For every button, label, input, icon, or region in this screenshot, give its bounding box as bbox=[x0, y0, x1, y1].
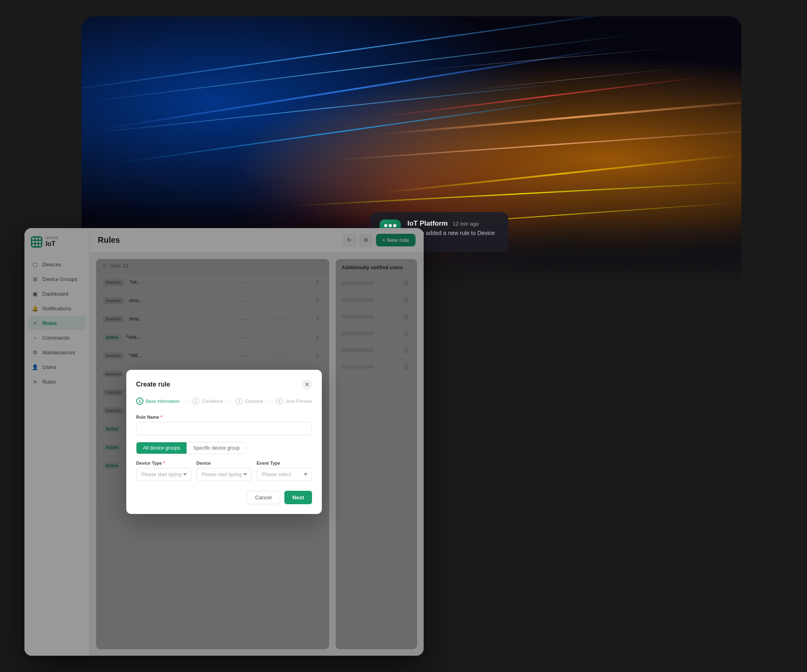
rule-name-label: Rule Name * bbox=[136, 415, 312, 419]
all-device-groups-button[interactable]: All device groups bbox=[136, 442, 187, 454]
specific-device-group-button[interactable]: Specific device group bbox=[187, 442, 246, 454]
light-streak bbox=[333, 130, 741, 160]
modal-footer: Cancel Next bbox=[136, 491, 312, 504]
light-streak bbox=[458, 67, 688, 91]
light-streak bbox=[84, 33, 640, 103]
light-streak bbox=[379, 154, 741, 193]
step-conditions: 2 Conditions bbox=[192, 397, 223, 405]
event-type-label: Event Type bbox=[257, 461, 312, 466]
create-rule-modal: Create rule ✕ 1 Base Information 2 Condi… bbox=[126, 370, 322, 514]
toast-time: 12 min ago bbox=[453, 221, 479, 227]
step-num: 2 bbox=[192, 397, 199, 405]
step-label: Outcome bbox=[245, 399, 264, 404]
light-streak bbox=[379, 99, 741, 136]
toast-app-name: IoT Platform bbox=[407, 220, 448, 228]
device-type-select[interactable]: Please start typing bbox=[136, 468, 191, 481]
step-divider bbox=[266, 401, 272, 402]
main-content: Rules ↻ ⚙ + New rule ▽ Total: 13 Inactiv… bbox=[90, 228, 424, 656]
step-num: 1 bbox=[136, 397, 143, 405]
dot bbox=[389, 224, 392, 227]
device-label: Device bbox=[196, 461, 252, 466]
device-group-toggle: All device groups Specific device group bbox=[136, 442, 246, 454]
modal-overlay: Create rule ✕ 1 Base Information 2 Condi… bbox=[90, 228, 424, 656]
light-streak bbox=[412, 48, 675, 71]
step-label: Json Preview bbox=[286, 399, 312, 404]
step-json-preview: 4 Json Preview bbox=[276, 397, 312, 405]
step-divider bbox=[183, 401, 189, 402]
app-window: grape IoT ▢ Devices ⊞ Device Groups ▣ Da… bbox=[24, 228, 424, 656]
dot bbox=[393, 224, 396, 227]
step-label: Base Information bbox=[146, 399, 180, 404]
required-marker: * bbox=[163, 461, 165, 466]
device-col: Device Please start typing bbox=[196, 461, 252, 481]
step-outcome: 3 Outcome bbox=[235, 397, 264, 405]
event-type-col: Event Type Please select bbox=[257, 461, 312, 481]
next-button[interactable]: Next bbox=[284, 491, 312, 504]
device-select[interactable]: Please start typing bbox=[196, 468, 252, 481]
form-row-device: Device Type * Please start typing Device… bbox=[136, 461, 312, 481]
modal-title: Create rule bbox=[136, 381, 170, 388]
step-label: Conditions bbox=[202, 399, 223, 404]
close-button[interactable]: ✕ bbox=[302, 380, 312, 389]
toast-header: IoT Platform 12 min ago bbox=[407, 220, 499, 228]
form-body: Rule Name * All device groups Specific d… bbox=[136, 415, 312, 481]
step-divider bbox=[226, 401, 232, 402]
step-num: 3 bbox=[235, 397, 243, 405]
dot bbox=[384, 224, 387, 227]
light-streak bbox=[81, 16, 640, 93]
step-base-information: 1 Base Information bbox=[136, 397, 180, 405]
event-type-select[interactable]: Please select bbox=[257, 468, 312, 481]
light-streak bbox=[293, 181, 741, 206]
light-streak bbox=[117, 98, 574, 164]
modal-header: Create rule ✕ bbox=[136, 380, 312, 389]
step-num: 4 bbox=[276, 397, 283, 405]
light-streak bbox=[83, 82, 575, 134]
steps-bar: 1 Base Information 2 Conditions 3 Outcom… bbox=[136, 397, 312, 405]
required-marker: * bbox=[161, 415, 162, 419]
rule-name-input[interactable] bbox=[136, 422, 312, 435]
cancel-button[interactable]: Cancel bbox=[246, 491, 280, 504]
device-type-col: Device Type * Please start typing bbox=[136, 461, 191, 481]
device-type-label: Device Type * bbox=[136, 461, 191, 466]
